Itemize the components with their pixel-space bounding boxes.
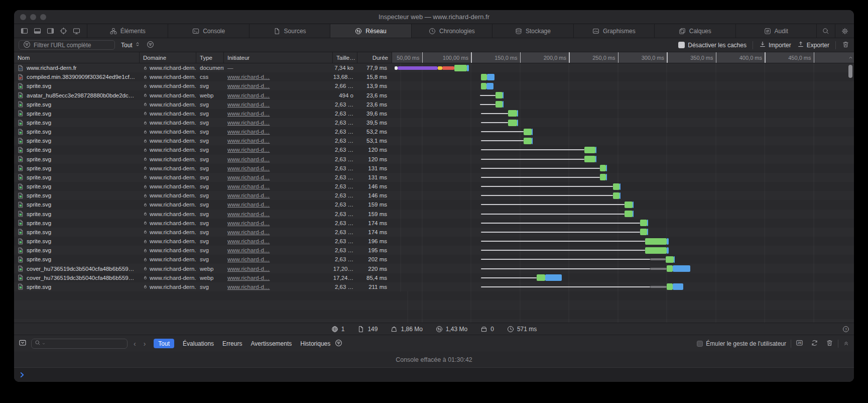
initiator-link[interactable]: www.richard-d… bbox=[227, 211, 270, 217]
initiator-link[interactable]: www.richard-d… bbox=[227, 229, 270, 235]
console-search-field[interactable] bbox=[31, 339, 128, 349]
console-search-input[interactable] bbox=[47, 340, 124, 347]
initiator-link[interactable]: www.richard-d… bbox=[227, 156, 270, 162]
tab-sources[interactable]: Sources bbox=[250, 24, 330, 38]
tab-elements[interactable]: Éléments bbox=[87, 24, 168, 38]
table-row[interactable]: sprite.svgwww.richard-dern.frsvgwww.rich… bbox=[14, 164, 854, 173]
device-icon[interactable] bbox=[73, 27, 80, 35]
table-row[interactable]: sprite.svgwww.richard-dern.frsvgwww.rich… bbox=[14, 255, 854, 264]
initiator-link[interactable]: www.richard-d… bbox=[227, 102, 270, 108]
console-scope-erreurs[interactable]: Erreurs bbox=[222, 340, 242, 347]
column-header-initiateur[interactable]: Initiateur bbox=[224, 52, 333, 63]
next-result-button[interactable]: › bbox=[142, 340, 148, 348]
table-row[interactable]: sprite.svgwww.richard-dern.frsvgwww.rich… bbox=[14, 210, 854, 219]
console-scope-avertissements[interactable]: Avertissements bbox=[251, 340, 292, 347]
table-row[interactable]: sprite.svgwww.richard-dern.frsvgwww.rich… bbox=[14, 246, 854, 255]
console-prompt[interactable] bbox=[14, 368, 854, 382]
tab-chronologies[interactable]: Chronologies bbox=[412, 24, 492, 38]
table-row[interactable]: sprite.svgwww.richard-dern.frsvgwww.rich… bbox=[14, 200, 854, 209]
column-header-domaine[interactable]: Domaine bbox=[140, 52, 196, 63]
disable-caches-checkbox[interactable]: Désactiver les caches bbox=[678, 42, 747, 49]
table-row[interactable]: sprite.svgwww.richard-dern.frsvgwww.rich… bbox=[14, 145, 854, 154]
table-row[interactable]: sprite.svgwww.richard-dern.frsvgwww.rich… bbox=[14, 182, 854, 191]
search-button[interactable] bbox=[817, 24, 835, 38]
initiator-link[interactable]: www.richard-d… bbox=[227, 183, 270, 189]
table-row[interactable]: sprite.svgwww.richard-dern.frsvgwww.rich… bbox=[14, 118, 854, 127]
table-row[interactable]: cover_hu736519dc3b5040cfa48b6b559b6de6ec… bbox=[14, 264, 854, 273]
table-row[interactable]: sprite.svgwww.richard-dern.frsvgwww.rich… bbox=[14, 191, 854, 200]
table-row[interactable]: www.richard-dern.frwww.richard-dern.frdo… bbox=[14, 63, 854, 72]
zoom-window-button[interactable] bbox=[40, 14, 46, 20]
tab-audit[interactable]: Audit bbox=[736, 24, 817, 38]
clear-console-button[interactable] bbox=[826, 339, 833, 348]
settings-button[interactable] bbox=[835, 24, 854, 38]
table-row[interactable]: avatar_hu85ecc3e298728880b0bde2dcc4e5c23… bbox=[14, 90, 854, 99]
console-reload-button[interactable] bbox=[811, 339, 818, 348]
panel-bottom-icon[interactable] bbox=[34, 27, 41, 35]
initiator-link[interactable]: www.richard-d… bbox=[227, 120, 270, 126]
initiator-link[interactable]: www.richard-d… bbox=[227, 256, 270, 262]
console-evaluate-js-button[interactable]: JS bbox=[796, 339, 803, 348]
column-header-duree[interactable]: Durée bbox=[357, 52, 392, 63]
initiator-link[interactable]: www.richard-d… bbox=[227, 92, 270, 98]
tab-stockage[interactable]: Stockage bbox=[492, 24, 573, 38]
column-header-type[interactable]: Type bbox=[196, 52, 224, 63]
domain-cell: www.richard-dern.fr bbox=[140, 165, 196, 171]
tab-calques[interactable]: Calques bbox=[655, 24, 735, 38]
scroll-up-button[interactable] bbox=[847, 52, 854, 63]
tab-graphismes[interactable]: Graphismes bbox=[574, 24, 655, 38]
table-row[interactable]: sprite.svgwww.richard-dern.frsvgwww.rich… bbox=[14, 228, 854, 237]
table-row[interactable]: sprite.svgwww.richard-dern.frsvgwww.rich… bbox=[14, 237, 854, 246]
table-row[interactable]: sprite.svgwww.richard-dern.frsvgwww.rich… bbox=[14, 173, 854, 182]
initiator-link[interactable]: www.richard-d… bbox=[227, 201, 270, 208]
initiator-link[interactable]: www.richard-d… bbox=[227, 83, 270, 89]
console-scope-historiques[interactable]: Historiques bbox=[300, 340, 330, 347]
initiator-link[interactable]: www.richard-d… bbox=[227, 238, 270, 244]
element-picker-icon[interactable] bbox=[60, 27, 67, 35]
url-filter-field[interactable]: Filtrer l'URL complète bbox=[19, 40, 115, 50]
import-button[interactable]: Importer bbox=[759, 41, 791, 49]
initiator-link[interactable]: www.richard-d… bbox=[227, 111, 270, 117]
scrollbar-thumb[interactable] bbox=[848, 65, 852, 78]
close-window-button[interactable] bbox=[20, 14, 26, 20]
tab-console[interactable]: Console bbox=[168, 24, 249, 38]
initiator-link[interactable]: www.richard-d… bbox=[227, 174, 270, 180]
initiator-link[interactable]: www.richard-d… bbox=[227, 74, 270, 80]
table-row[interactable]: sprite.svgwww.richard-dern.frsvgwww.rich… bbox=[14, 100, 854, 109]
console-scope-evaluations[interactable]: Évaluations bbox=[183, 340, 214, 347]
table-row[interactable]: sprite.svgwww.richard-dern.frsvgwww.rich… bbox=[14, 136, 854, 145]
previous-result-button[interactable]: ‹ bbox=[132, 340, 138, 348]
table-row[interactable]: sprite.svgwww.richard-dern.frsvgwww.rich… bbox=[14, 81, 854, 90]
emulate-user-gesture-checkbox[interactable]: Émuler le geste de l'utilisateur bbox=[697, 340, 786, 347]
initiator-link[interactable]: www.richard-d… bbox=[227, 165, 270, 171]
tab-reseau[interactable]: Réseau bbox=[330, 24, 411, 38]
column-header-nom[interactable]: Nom bbox=[14, 52, 140, 63]
initiator-link[interactable]: www.richard-d… bbox=[227, 147, 270, 153]
table-row[interactable]: compiled.min.38390909f303624ed9e1cf1bd3f… bbox=[14, 72, 854, 81]
sidebar-left-icon[interactable] bbox=[21, 27, 28, 35]
initiator-link[interactable]: www.richard-d… bbox=[227, 192, 270, 198]
initiator-link[interactable]: www.richard-d… bbox=[227, 275, 270, 281]
table-row[interactable]: sprite.svgwww.richard-dern.frsvgwww.rich… bbox=[14, 127, 854, 136]
sidebar-right-icon[interactable] bbox=[47, 27, 54, 35]
minimize-window-button[interactable] bbox=[30, 14, 36, 20]
initiator-link[interactable]: www.richard-d… bbox=[227, 247, 270, 253]
expand-console-button[interactable] bbox=[843, 340, 849, 348]
table-row[interactable]: sprite.svgwww.richard-dern.frsvgwww.rich… bbox=[14, 219, 854, 228]
table-row[interactable]: sprite.svgwww.richard-dern.frsvgwww.rich… bbox=[14, 155, 854, 164]
initiator-link[interactable]: www.richard-d… bbox=[227, 266, 270, 272]
table-row[interactable]: sprite.svgwww.richard-dern.frsvgwww.rich… bbox=[14, 282, 854, 291]
initiator-link[interactable]: www.richard-d… bbox=[227, 129, 270, 135]
initiator-link[interactable]: www.richard-d… bbox=[227, 220, 270, 226]
initiator-link[interactable]: www.richard-d… bbox=[227, 138, 270, 144]
table-row[interactable]: cover_hu736519dc3b5040cfa48b6b559b6de6ec… bbox=[14, 273, 854, 282]
column-header-taille[interactable]: Taille… bbox=[333, 52, 357, 63]
table-row[interactable]: sprite.svgwww.richard-dern.frsvgwww.rich… bbox=[14, 109, 854, 118]
initiator-link[interactable]: www.richard-d… bbox=[227, 284, 270, 290]
clear-network-button[interactable] bbox=[842, 41, 849, 50]
collapse-console-button[interactable] bbox=[19, 339, 27, 348]
console-scope-tout[interactable]: Tout bbox=[154, 339, 174, 348]
resource-type-dropdown[interactable]: Tout bbox=[121, 41, 141, 49]
help-button[interactable]: ? bbox=[842, 326, 849, 333]
export-button[interactable]: Exporter bbox=[797, 41, 829, 49]
